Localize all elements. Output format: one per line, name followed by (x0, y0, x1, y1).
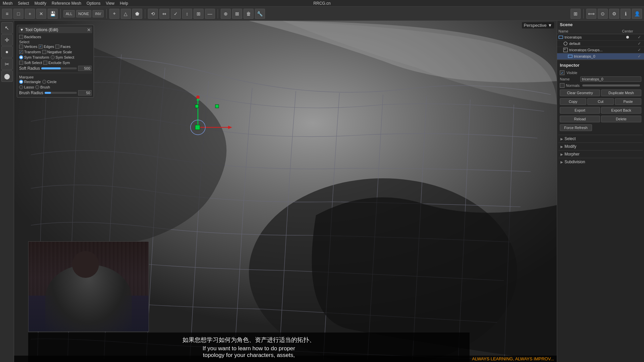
toolbar-all-btn[interactable]: ALL (63, 10, 75, 17)
inspector-export-back-btn[interactable]: Export Back (601, 107, 641, 114)
inspector-copy-btn[interactable]: Copy (560, 98, 586, 105)
toolbar-move-btn[interactable]: ↕ (182, 9, 192, 19)
toolbar-info-btn[interactable]: ℹ (621, 9, 631, 19)
sym-transform-item[interactable]: Sym Transform (19, 55, 49, 59)
scene-row-vis-default[interactable]: ✓ (636, 41, 643, 46)
toolbar-menu-btn[interactable]: ≡ (2, 9, 12, 19)
toolbar-close-btn[interactable]: ✕ (36, 9, 46, 19)
edges-item[interactable]: Edges (39, 45, 54, 49)
toolbar-edge-btn[interactable]: △ (121, 9, 131, 19)
toolbar-grid-btn[interactable]: ⊞ (194, 9, 204, 19)
left-tool-move[interactable]: ✛ (1, 34, 13, 46)
brush-item[interactable]: Brush (35, 85, 50, 89)
perspective-label[interactable]: Perspective ▼ (522, 22, 554, 28)
scene-row-vis-groups[interactable]: ✓ (636, 48, 643, 52)
inspector-name-input[interactable] (580, 76, 641, 82)
scene-row-groups[interactable]: triceratops:Groups... ✓ (557, 47, 644, 53)
inspector-duplicate-mesh-btn[interactable]: Duplicate Mesh (601, 89, 641, 96)
scene-row-default[interactable]: default ✓ (557, 41, 644, 47)
soft-radius-track[interactable] (41, 67, 77, 69)
soft-select-checkbox[interactable] (19, 61, 23, 65)
vertices-item[interactable]: Vertices (19, 45, 37, 49)
toolbar-settings-btn[interactable]: ⚙ (609, 9, 619, 19)
menu-reference-mesh[interactable]: Reference Mesh (49, 1, 84, 6)
inspector-normals-checkbox[interactable] (560, 83, 565, 88)
sym-transform-radio[interactable] (19, 55, 23, 59)
negative-scale-item[interactable]: Negative Scale (42, 50, 72, 54)
inspector-reload-btn[interactable]: Reload (560, 116, 600, 122)
toolbar-new-btn[interactable]: □ (13, 9, 23, 19)
menu-modify[interactable]: Modify (32, 1, 49, 6)
menu-options[interactable]: Options (84, 1, 103, 6)
sym-select-radio[interactable] (51, 55, 55, 59)
transform-checkbox[interactable] (19, 50, 23, 54)
backfaces-check-item[interactable]: Backfaces (19, 35, 41, 39)
toolbar-mirror-btn[interactable]: ⇔ (159, 9, 169, 19)
transform-item[interactable]: Transform (19, 50, 41, 54)
toolbar-snap-btn[interactable]: ⊕ (221, 9, 231, 19)
inspector-paste-btn[interactable]: Paste (615, 98, 641, 105)
inspector-force-refresh-btn[interactable]: Force Refresh (560, 124, 592, 131)
toolbar-face-btn[interactable]: ⬟ (132, 9, 142, 19)
menu-mesh[interactable]: Mesh (0, 1, 15, 6)
vertices-checkbox[interactable] (19, 45, 23, 49)
soft-radius-input[interactable] (78, 66, 92, 71)
brush-radius-input[interactable] (78, 90, 92, 96)
toolbar-vertex-btn[interactable]: ⌖ (109, 9, 119, 19)
tool-options-header[interactable]: ▼ Tool Options (Edit) ✕ (18, 26, 92, 33)
faces-item[interactable]: Faces (55, 45, 70, 49)
inspector-delete-btn[interactable]: Delete (601, 116, 641, 122)
left-tool-select[interactable]: ↖ (1, 22, 13, 34)
toolbar-add-btn[interactable]: + (25, 9, 35, 19)
collapse-morpher[interactable]: ▶ Morpher (558, 150, 643, 158)
lasso-item[interactable]: Lasso (19, 85, 34, 89)
collapse-subdivision[interactable]: ▶ Subdivision (558, 158, 643, 166)
scene-row-vis-triceratops[interactable]: ✓ (636, 35, 643, 40)
exclude-sym-checkbox[interactable] (43, 61, 47, 65)
toolbar-rotate-btn[interactable]: ⟲ (148, 9, 158, 19)
circle-radio[interactable] (42, 80, 46, 84)
menu-view[interactable]: View (103, 1, 117, 6)
toolbar-tool-btn[interactable]: 🔧 (255, 9, 265, 19)
faces-checkbox[interactable] (55, 45, 59, 49)
toolbar-scale-btn[interactable]: ⟺ (586, 9, 596, 19)
inspector-clear-geometry-btn[interactable]: Clear Geometry (560, 89, 600, 96)
brush-radio[interactable] (35, 85, 39, 89)
toolbar-sym-btn[interactable]: ⊠ (232, 9, 242, 19)
toolbar-line-btn[interactable]: — (205, 9, 215, 19)
toolbar-cam-btn[interactable]: ⊙ (598, 9, 608, 19)
inspector-export-btn[interactable]: Export (560, 107, 600, 114)
left-tool-loop[interactable]: ⬤ (1, 70, 13, 82)
brush-radius-track[interactable] (45, 92, 77, 94)
lasso-radio[interactable] (19, 85, 23, 89)
toolbar-del-btn[interactable]: 🗑 (244, 9, 254, 19)
menu-select[interactable]: Select (15, 1, 32, 6)
collapse-modify[interactable]: ▶ Modify (558, 142, 643, 150)
toolbar-none-btn[interactable]: NONE (76, 10, 92, 17)
inspector-normals-slider[interactable] (582, 84, 640, 86)
left-tool-brush[interactable]: ● (1, 46, 13, 58)
menu-help[interactable]: Help (117, 1, 131, 6)
toolbar-check-btn[interactable]: ✓ (171, 9, 181, 19)
soft-select-item[interactable]: Soft Select (19, 61, 42, 65)
toolbar-save-btn[interactable]: 💾 (48, 9, 58, 19)
scene-row-triceratops0[interactable]: triceratops_0 ✓ (557, 53, 644, 60)
scene-row-vis-triceratops0[interactable]: ✓ (636, 54, 643, 59)
negative-scale-checkbox[interactable] (42, 50, 46, 54)
collapse-select[interactable]: ▶ Select (558, 135, 643, 142)
backfaces-checkbox[interactable] (19, 35, 23, 39)
tool-options-close[interactable]: ✕ (87, 27, 91, 33)
left-tool-knife[interactable]: ✂ (1, 58, 13, 70)
toolbar-display-btn[interactable]: ⊞ (571, 9, 581, 19)
scene-row-triceratops[interactable]: triceratops ✓ (557, 34, 644, 41)
rectangle-radio[interactable] (19, 80, 23, 84)
edges-checkbox[interactable] (39, 45, 43, 49)
toolbar-inv-btn[interactable]: INV (93, 10, 103, 17)
sym-select-item[interactable]: Sym Select (51, 55, 74, 59)
inspector-visible-checkbox[interactable] (560, 70, 565, 75)
exclude-sym-item[interactable]: Exclude Sym (43, 61, 70, 65)
circle-item[interactable]: Circle (42, 80, 57, 84)
inspector-cut-btn[interactable]: Cut (587, 98, 614, 105)
rectangle-item[interactable]: Rectangle (19, 80, 41, 84)
main-viewport[interactable]: Perspective ▼ ▼ Tool Options (Edit) ✕ Ba… (14, 21, 557, 362)
